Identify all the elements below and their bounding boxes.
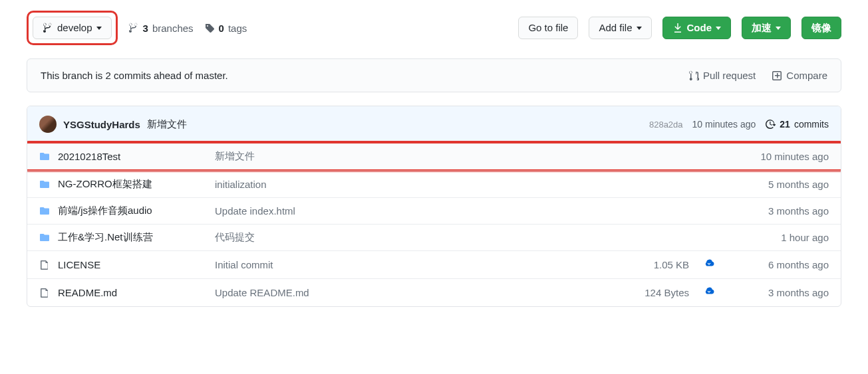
add-file-button[interactable]: Add file bbox=[589, 17, 651, 39]
file-name[interactable]: README.md bbox=[58, 287, 117, 298]
download-icon bbox=[672, 23, 683, 33]
accelerate-button[interactable]: 加速 bbox=[742, 17, 791, 39]
mirror-button[interactable]: 镜像 bbox=[801, 17, 841, 39]
commit-sha[interactable]: 828a2da bbox=[649, 120, 683, 130]
history-icon bbox=[765, 119, 776, 130]
file-time: 1 hour ago bbox=[729, 232, 829, 243]
pull-request-icon bbox=[688, 70, 699, 81]
tag-icon bbox=[204, 23, 215, 33]
branch-compare-notice: This branch is 2 commits ahead of master… bbox=[27, 58, 841, 92]
file-size: 124 Bytes bbox=[629, 287, 689, 298]
file-time: 3 months ago bbox=[729, 205, 829, 217]
branch-icon bbox=[128, 23, 139, 33]
file-time: 3 months ago bbox=[729, 287, 829, 298]
folder-icon bbox=[39, 151, 50, 162]
file-icon bbox=[39, 260, 50, 270]
branch-selector-button[interactable]: develop bbox=[33, 17, 112, 39]
file-name[interactable]: NG-ZORRO框架搭建 bbox=[58, 178, 152, 191]
caret-down-icon bbox=[637, 27, 642, 30]
caret-down-icon bbox=[776, 27, 781, 30]
branch-selector-highlight: develop bbox=[27, 11, 118, 45]
branches-count: 3 bbox=[143, 23, 148, 34]
file-row[interactable]: README.mdUpdate README.md124 Bytes3 mont… bbox=[27, 278, 841, 306]
file-commit-message[interactable]: Update index.html bbox=[215, 205, 620, 217]
caret-down-icon bbox=[716, 27, 721, 30]
tags-count: 0 bbox=[219, 23, 224, 34]
file-row[interactable]: 工作&学习.Net训练营代码提交1 hour ago bbox=[27, 224, 841, 250]
file-name[interactable]: 20210218Test bbox=[58, 151, 120, 162]
file-row[interactable]: LICENSEInitial commit1.05 KB6 months ago bbox=[27, 250, 841, 278]
branch-notice-text: This branch is 2 commits ahead of master… bbox=[41, 70, 228, 81]
tags-text: tags bbox=[228, 23, 247, 34]
commit-author[interactable]: YSGStudyHards bbox=[63, 119, 140, 130]
file-size: 1.05 KB bbox=[629, 259, 689, 270]
file-commit-message[interactable]: Initial commit bbox=[215, 259, 620, 270]
file-time: 10 minutes ago bbox=[729, 151, 829, 162]
avatar[interactable] bbox=[39, 116, 57, 133]
file-commit-message[interactable]: Update README.md bbox=[215, 287, 620, 298]
file-list-panel: YSGStudyHards 新增文件 828a2da 10 minutes ag… bbox=[27, 106, 841, 307]
compare-link[interactable]: Compare bbox=[772, 70, 827, 81]
branch-label: develop bbox=[57, 21, 92, 35]
file-name[interactable]: 前端/js操作音频audio bbox=[58, 205, 152, 217]
cloud-download-icon[interactable] bbox=[698, 286, 720, 300]
tags-link[interactable]: 0 tags bbox=[204, 23, 247, 34]
file-commit-message[interactable]: 代码提交 bbox=[215, 231, 620, 244]
commit-time: 10 minutes ago bbox=[692, 119, 756, 130]
file-commit-message[interactable]: 新增文件 bbox=[215, 150, 620, 163]
file-time: 6 months ago bbox=[729, 259, 829, 270]
folder-icon bbox=[39, 233, 50, 243]
commits-link[interactable]: 21 commits bbox=[765, 119, 829, 130]
go-to-file-button[interactable]: Go to file bbox=[518, 17, 578, 39]
folder-icon bbox=[39, 179, 50, 190]
pull-request-link[interactable]: Pull request bbox=[688, 70, 756, 81]
file-row[interactable]: NG-ZORRO框架搭建initialization5 months ago bbox=[27, 171, 841, 197]
cloud-download-icon[interactable] bbox=[698, 258, 720, 272]
file-commit-message[interactable]: initialization bbox=[215, 179, 620, 190]
latest-commit-header: YSGStudyHards 新增文件 828a2da 10 minutes ag… bbox=[27, 106, 841, 142]
file-row[interactable]: 前端/js操作音频audioUpdate index.html3 months … bbox=[27, 197, 841, 224]
commit-message[interactable]: 新增文件 bbox=[147, 118, 187, 131]
file-name[interactable]: LICENSE bbox=[58, 259, 100, 270]
row-highlight: 20210218Test新增文件10 minutes ago bbox=[27, 141, 841, 172]
branch-icon bbox=[43, 23, 53, 33]
repo-toolbar: develop 3 branches 0 tags Go to file Add… bbox=[27, 11, 841, 45]
file-name[interactable]: 工作&学习.Net训练营 bbox=[58, 231, 153, 244]
caret-down-icon bbox=[96, 27, 102, 30]
code-button[interactable]: Code bbox=[662, 17, 732, 39]
file-icon bbox=[39, 288, 50, 298]
file-row[interactable]: 20210218Test新增文件10 minutes ago bbox=[27, 143, 841, 169]
branches-text: branches bbox=[152, 23, 194, 34]
branches-link[interactable]: 3 branches bbox=[128, 23, 194, 34]
compare-icon bbox=[772, 70, 782, 81]
folder-icon bbox=[39, 206, 50, 217]
file-time: 5 months ago bbox=[729, 179, 829, 190]
